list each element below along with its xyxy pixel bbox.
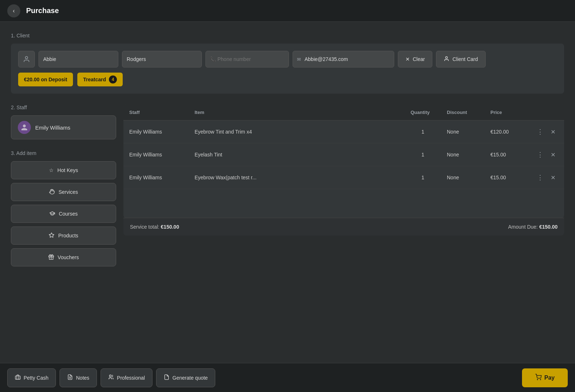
totals-row: Service total: €150.00 Amount Due: €150.… xyxy=(123,218,564,236)
petty-cash-icon xyxy=(15,374,21,381)
items-table-wrap: Staff Item Quantity Discount Price Emily… xyxy=(123,105,564,236)
client-card-icon xyxy=(444,56,449,63)
col-header-quantity: Quantity xyxy=(405,105,441,121)
professional-button[interactable]: Professional xyxy=(101,368,152,387)
notes-button[interactable]: Notes xyxy=(60,368,97,387)
service-total-value: €150.00 xyxy=(161,224,179,230)
generate-quote-button[interactable]: Generate quote xyxy=(156,368,215,387)
vouchers-icon xyxy=(48,254,54,261)
row2-qty: 1 xyxy=(405,143,441,166)
page-title: Purchase xyxy=(26,7,59,15)
items-table: Staff Item Quantity Discount Price Emily… xyxy=(123,105,564,218)
pay-cart-icon xyxy=(535,374,542,382)
email-wrap: ✉ xyxy=(293,51,394,68)
email-icon: ✉ xyxy=(297,57,301,62)
first-name-input[interactable] xyxy=(38,51,118,68)
table-row: Emily Williams Eyebrow Wax(patch test r.… xyxy=(123,166,564,189)
add-item-section-label: 3. Add item xyxy=(11,150,116,156)
professional-icon xyxy=(108,374,114,381)
courses-icon xyxy=(49,211,55,217)
products-button[interactable]: Products xyxy=(11,226,116,245)
empty-row xyxy=(123,189,564,218)
hot-keys-button[interactable]: ☆ Hot Keys xyxy=(11,161,116,179)
clear-button[interactable]: ✕ Clear xyxy=(398,51,432,68)
svg-point-1 xyxy=(446,57,448,58)
services-icon xyxy=(49,189,55,196)
row1-remove-button[interactable]: ✕ xyxy=(548,127,558,137)
col-header-actions xyxy=(528,105,564,121)
row2-discount: None xyxy=(441,143,485,166)
col-header-staff: Staff xyxy=(123,105,189,121)
row3-remove-button[interactable]: ✕ xyxy=(548,173,558,183)
generate-quote-icon xyxy=(164,374,170,381)
row1-discount: None xyxy=(441,121,485,143)
main-content: 1. Client 📞 ✉ ✕ Clear xyxy=(0,22,575,306)
col-header-discount: Discount xyxy=(441,105,485,121)
row2-more-button[interactable]: ⋮ xyxy=(534,149,546,160)
row2-item: Eyelash Tint xyxy=(189,143,405,166)
notes-icon xyxy=(67,374,73,381)
row1-actions: ⋮ ✕ xyxy=(528,121,564,143)
vouchers-button[interactable]: Vouchers xyxy=(11,248,116,266)
row2-staff: Emily Williams xyxy=(123,143,189,166)
service-total: Service total: €150.00 xyxy=(130,224,179,230)
client-card-button[interactable]: Client Card xyxy=(436,51,485,68)
row3-item: Eyebrow Wax(patch test r... xyxy=(189,166,405,189)
client-section: 📞 ✉ ✕ Clear Client Card xyxy=(11,44,564,94)
table-body: Emily Williams Eyebrow Tint and Trim x4 … xyxy=(123,121,564,218)
treatcard-count: 4 xyxy=(109,75,117,83)
header: ‹ Purchase xyxy=(0,0,575,22)
svg-marker-2 xyxy=(49,233,54,237)
table-header: Staff Item Quantity Discount Price xyxy=(123,105,564,121)
svg-point-0 xyxy=(25,57,28,59)
client-icon[interactable] xyxy=(18,51,35,68)
svg-point-6 xyxy=(109,375,111,377)
col-header-price: Price xyxy=(485,105,528,121)
client-section-label: 1. Client xyxy=(11,33,564,38)
row3-actions: ⋮ ✕ xyxy=(528,166,564,189)
amount-due-value: €150.00 xyxy=(539,224,558,230)
table-row: Emily Williams Eyelash Tint 1 None €15.0… xyxy=(123,143,564,166)
svg-point-7 xyxy=(537,379,538,380)
row1-staff: Emily Williams xyxy=(123,121,189,143)
table-row: Emily Williams Eyebrow Tint and Trim x4 … xyxy=(123,121,564,143)
row3-more-button[interactable]: ⋮ xyxy=(534,172,546,183)
row1-price: €120.00 xyxy=(485,121,528,143)
svg-point-8 xyxy=(540,379,541,380)
petty-cash-button[interactable]: Petty Cash xyxy=(7,368,56,387)
deposit-badge[interactable]: €20.00 on Deposit xyxy=(18,73,73,86)
treatcard-badge[interactable]: Treatcard 4 xyxy=(77,73,123,86)
row1-qty: 1 xyxy=(405,121,441,143)
row3-qty: 1 xyxy=(405,166,441,189)
clear-x-icon: ✕ xyxy=(405,56,410,62)
row2-remove-button[interactable]: ✕ xyxy=(548,150,558,160)
row1-more-button[interactable]: ⋮ xyxy=(534,126,546,137)
body-layout: 2. Staff Emily Williams 3. Add item ☆ Ho… xyxy=(11,105,564,270)
amount-due: Amount Due: €150.00 xyxy=(508,224,558,230)
client-input-row: 📞 ✉ ✕ Clear Client Card xyxy=(18,51,557,68)
col-header-item: Item xyxy=(189,105,405,121)
row2-actions: ⋮ ✕ xyxy=(528,143,564,166)
services-button[interactable]: Services xyxy=(11,183,116,201)
svg-rect-3 xyxy=(15,376,20,379)
last-name-input[interactable] xyxy=(122,51,202,68)
email-input[interactable] xyxy=(293,51,394,68)
left-panel: 2. Staff Emily Williams 3. Add item ☆ Ho… xyxy=(11,105,116,270)
phone-input[interactable] xyxy=(205,51,289,68)
add-item-section: 3. Add item ☆ Hot Keys Services xyxy=(11,150,116,266)
courses-button[interactable]: Courses xyxy=(11,205,116,223)
products-icon xyxy=(49,232,54,239)
staff-section-label: 2. Staff xyxy=(11,105,116,110)
row3-price: €15.00 xyxy=(485,166,528,189)
phone-wrap: 📞 xyxy=(205,51,289,68)
badge-row: €20.00 on Deposit Treatcard 4 xyxy=(18,73,557,86)
row2-price: €15.00 xyxy=(485,143,528,166)
phone-icon: 📞 xyxy=(210,56,216,62)
back-button[interactable]: ‹ xyxy=(7,4,20,17)
staff-card[interactable]: Emily Williams xyxy=(11,115,116,139)
footer: Petty Cash Notes Professional xyxy=(0,363,575,392)
row1-item: Eyebrow Tint and Trim x4 xyxy=(189,121,405,143)
pay-button[interactable]: Pay xyxy=(522,368,568,387)
avatar xyxy=(18,121,31,134)
row3-staff: Emily Williams xyxy=(123,166,189,189)
